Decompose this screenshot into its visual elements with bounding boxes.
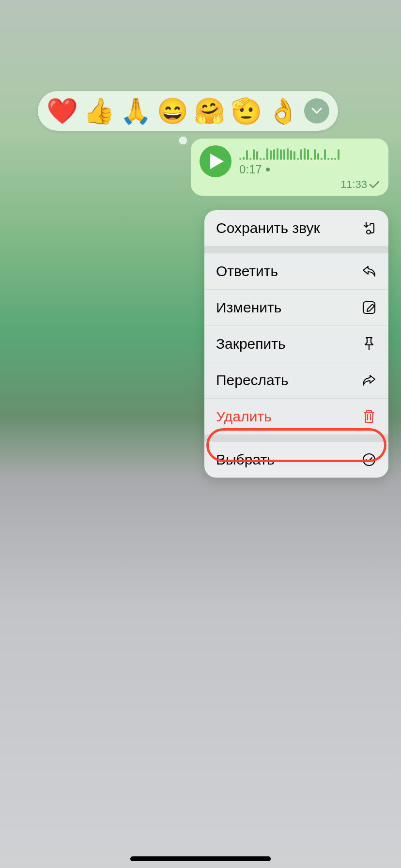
menu-pin[interactable]: Закрепить [204, 326, 388, 362]
reaction-hug[interactable]: 🤗 [194, 98, 225, 124]
reply-icon [361, 264, 377, 279]
wave-bar [297, 158, 299, 160]
menu-delete[interactable]: Удалить [204, 399, 388, 435]
select-icon [361, 452, 377, 467]
wave-bar [307, 149, 309, 160]
wave-bar [327, 158, 329, 160]
menu-item-label: Закрепить [216, 336, 286, 352]
wave-bar [273, 149, 275, 160]
wave-bar [287, 148, 289, 160]
wave-bar [239, 158, 241, 160]
reaction-smile[interactable]: 😄 [157, 98, 188, 124]
wave-bar [300, 149, 302, 160]
message-timestamp: 11:33 [340, 178, 367, 191]
menu-item-label: Переслать [216, 372, 289, 388]
wave-bar [314, 149, 316, 160]
forward-icon [361, 372, 377, 388]
menu-item-label: Ответить [216, 263, 278, 279]
play-icon [210, 154, 224, 169]
wave-bar [280, 149, 282, 160]
wave-bar [321, 158, 323, 160]
waveform[interactable] [239, 146, 380, 160]
menu-forward[interactable]: Переслать [204, 362, 388, 399]
wave-bar [246, 150, 248, 160]
wave-bar [338, 149, 339, 160]
reaction-heart[interactable]: ❤️ [46, 98, 78, 124]
wave-bar [304, 148, 306, 160]
wave-bar [263, 158, 265, 160]
menu-reply[interactable]: Ответить [204, 253, 388, 290]
wave-bar [243, 157, 245, 160]
trash-icon [361, 409, 377, 424]
wave-bar [331, 158, 333, 160]
wave-bar [310, 158, 312, 160]
wave-bar [293, 151, 295, 160]
wave-bar [283, 149, 285, 160]
edit-icon [361, 300, 377, 315]
voice-message-bubble[interactable]: 0:17 11:33 [191, 139, 388, 196]
menu-select[interactable]: Выбрать [204, 442, 388, 478]
svg-point-2 [363, 454, 375, 465]
menu-item-label: Изменить [216, 299, 281, 316]
wave-bar [324, 149, 326, 160]
unread-dot [266, 168, 270, 171]
reaction-more-button[interactable] [304, 98, 329, 124]
wave-bar [277, 148, 278, 160]
menu-item-label: Удалить [216, 408, 272, 425]
pin-icon [361, 336, 377, 352]
chevron-down-icon [311, 108, 322, 114]
svg-point-0 [367, 230, 370, 234]
wave-bar [334, 158, 336, 160]
menu-item-label: Сохранить звук [216, 220, 320, 236]
reaction-bar: ❤️ 👍 🙏 😄 🤗 🫡 👌 [38, 91, 338, 131]
home-indicator[interactable] [130, 856, 271, 861]
wave-bar [270, 150, 272, 160]
sent-check-icon [369, 181, 380, 188]
reaction-ok[interactable]: 👌 [267, 98, 299, 124]
save-sound-icon [361, 220, 377, 236]
reaction-thumbsup[interactable]: 👍 [83, 98, 115, 124]
wave-bar [317, 153, 319, 160]
play-button[interactable] [200, 145, 231, 177]
menu-separator [204, 247, 388, 253]
menu-edit[interactable]: Изменить [204, 290, 388, 326]
wave-bar [253, 149, 255, 160]
wave-bar [249, 158, 251, 160]
wave-bar [260, 158, 262, 160]
menu-separator [204, 435, 388, 442]
wave-bar [266, 148, 268, 160]
wave-bar [290, 150, 292, 160]
menu-item-label: Выбрать [216, 451, 275, 468]
wave-bar [256, 151, 258, 160]
reaction-salute[interactable]: 🫡 [231, 98, 262, 124]
voice-duration: 0:17 [239, 163, 262, 176]
context-menu: Сохранить звук Ответить Изменить Закрепи… [204, 210, 388, 478]
reaction-pray[interactable]: 🙏 [120, 98, 152, 124]
menu-save-sound[interactable]: Сохранить звук [204, 210, 388, 247]
